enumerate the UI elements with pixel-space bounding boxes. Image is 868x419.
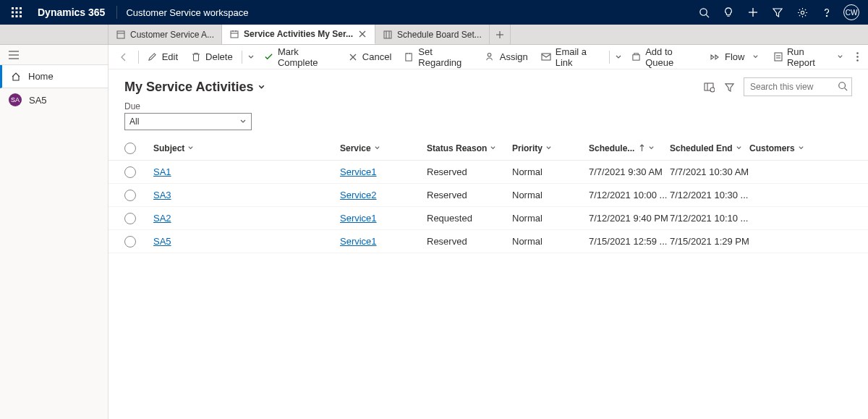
cmd-run-report[interactable]: Run Report (767, 47, 850, 67)
overflow-button[interactable] (852, 52, 864, 62)
tab-schedule-board[interactable]: Schedule Board Set... (375, 25, 490, 44)
nav-home[interactable]: Home (0, 65, 108, 88)
cmd-label: Flow (725, 51, 744, 62)
service-link[interactable]: Service1 (340, 213, 377, 224)
tab-label: Customer Service A... (130, 30, 214, 40)
search-input[interactable] (744, 77, 852, 96)
cmd-cancel[interactable]: Cancel (342, 47, 397, 67)
col-label: Schedule... (589, 143, 634, 153)
end-cell: 7/12/2021 10:10 ... (670, 213, 749, 224)
help-icon[interactable] (814, 0, 839, 25)
status-cell: Requested (427, 213, 512, 224)
chevron-down-icon (374, 145, 380, 151)
select-all[interactable] (124, 143, 136, 154)
subject-link[interactable]: SA2 (153, 213, 171, 224)
cancel-icon (348, 52, 358, 62)
table-row[interactable]: SA5Service1ReservedNormal7/15/2021 12:59… (109, 230, 868, 253)
row-select[interactable] (124, 166, 136, 178)
due-select[interactable]: All (124, 113, 252, 130)
service-link[interactable]: Service1 (340, 236, 377, 247)
status-cell: Reserved (427, 166, 512, 177)
lightbulb-icon[interactable] (716, 0, 741, 25)
svg-rect-19 (231, 31, 238, 38)
row-select[interactable] (124, 190, 136, 201)
grid-header: Subject Service Status Reason Priority S… (109, 136, 868, 161)
session-toggle[interactable] (0, 45, 108, 65)
user-avatar[interactable]: CW (839, 0, 864, 25)
cmd-set-regarding[interactable]: Set Regarding (399, 47, 477, 67)
subject-link[interactable]: SA5 (153, 236, 171, 247)
priority-cell: Normal (512, 213, 589, 224)
search-icon[interactable] (838, 81, 848, 91)
table-row[interactable]: SA2Service1RequestedNormal7/12/2021 9:40… (109, 207, 868, 230)
svg-rect-3 (12, 12, 14, 14)
board-icon (383, 30, 393, 40)
cmd-label: Mark Complete (278, 46, 335, 68)
search-icon[interactable] (692, 0, 716, 25)
table-row[interactable]: SA1Service1ReservedNormal7/7/2021 9:30 A… (109, 161, 868, 184)
col-subject[interactable]: Subject (145, 143, 340, 153)
svg-rect-2 (20, 7, 22, 9)
subject-link[interactable]: SA3 (153, 190, 171, 200)
cmd-label: Add to Queue (645, 46, 697, 68)
svg-point-49 (839, 82, 846, 89)
view-selector[interactable]: My Service Activities (124, 80, 265, 95)
email-chevron[interactable] (613, 54, 624, 61)
calendar-icon (229, 29, 239, 39)
gear-icon[interactable] (790, 0, 814, 25)
cmd-label: Run Report (787, 46, 830, 68)
row-select[interactable] (124, 236, 136, 247)
sort-asc-icon (639, 144, 645, 152)
delete-icon (191, 52, 201, 62)
app-launcher-icon[interactable] (4, 7, 29, 17)
end-cell: 7/7/2021 10:30 AM (670, 166, 749, 177)
close-icon[interactable] (357, 29, 367, 39)
service-link[interactable]: Service2 (340, 190, 377, 200)
chart-toggle-icon[interactable] (699, 77, 719, 97)
svg-line-50 (845, 88, 848, 91)
col-priority[interactable]: Priority (512, 143, 589, 153)
divider (116, 6, 117, 19)
delete-chevron[interactable] (245, 54, 257, 61)
row-select[interactable] (124, 213, 136, 224)
subject-link[interactable]: SA1 (153, 166, 171, 177)
report-icon (773, 52, 782, 62)
col-status[interactable]: Status Reason (427, 143, 512, 153)
brand-label[interactable]: Dynamics 365 (29, 7, 114, 18)
cmd-delete[interactable]: Delete (185, 47, 239, 67)
service-link[interactable]: Service1 (340, 166, 377, 177)
session-panel: Home SA SA5 (0, 45, 109, 419)
cmd-flow[interactable]: Flow (705, 47, 766, 67)
tab-customer-service[interactable]: Customer Service A... (109, 25, 222, 44)
back-button[interactable] (113, 52, 135, 62)
col-label: Customers (749, 143, 795, 153)
svg-rect-7 (16, 15, 18, 17)
cmd-edit[interactable]: Edit (142, 47, 184, 67)
nav-record[interactable]: SA SA5 (0, 88, 108, 111)
col-label: Scheduled End (670, 143, 733, 153)
svg-rect-17 (117, 31, 124, 38)
plus-icon[interactable] (741, 0, 765, 25)
cmd-mark-complete[interactable]: Mark Complete (258, 47, 341, 67)
data-grid: Subject Service Status Reason Priority S… (109, 136, 868, 419)
col-sched-start[interactable]: Schedule... (589, 143, 670, 153)
filter-icon[interactable] (719, 77, 739, 97)
table-row[interactable]: SA3Service2ReservedNormal7/12/2021 10:00… (109, 184, 868, 207)
module-icon (116, 30, 126, 40)
app-name-label[interactable]: Customer Service workspace (120, 7, 254, 18)
col-service[interactable]: Service (340, 143, 427, 153)
tab-service-activities[interactable]: Service Activities My Ser... (222, 25, 375, 44)
new-tab-button[interactable] (490, 25, 511, 44)
svg-point-43 (857, 56, 859, 58)
col-sched-end[interactable]: Scheduled End (670, 143, 749, 153)
filter-icon[interactable] (765, 0, 790, 25)
col-customers[interactable]: Customers (749, 143, 807, 153)
cmd-email-link[interactable]: Email a Link (535, 47, 606, 67)
svg-rect-25 (384, 31, 391, 38)
command-bar: Edit Delete Mark Complete Cancel Set Reg… (109, 45, 868, 69)
cmd-assign[interactable]: Assign (480, 47, 534, 67)
svg-rect-35 (406, 54, 412, 61)
session-tabs: Customer Service A... Service Activities… (0, 25, 868, 45)
svg-rect-8 (20, 15, 22, 17)
cmd-add-queue[interactable]: Add to Queue (626, 47, 703, 67)
